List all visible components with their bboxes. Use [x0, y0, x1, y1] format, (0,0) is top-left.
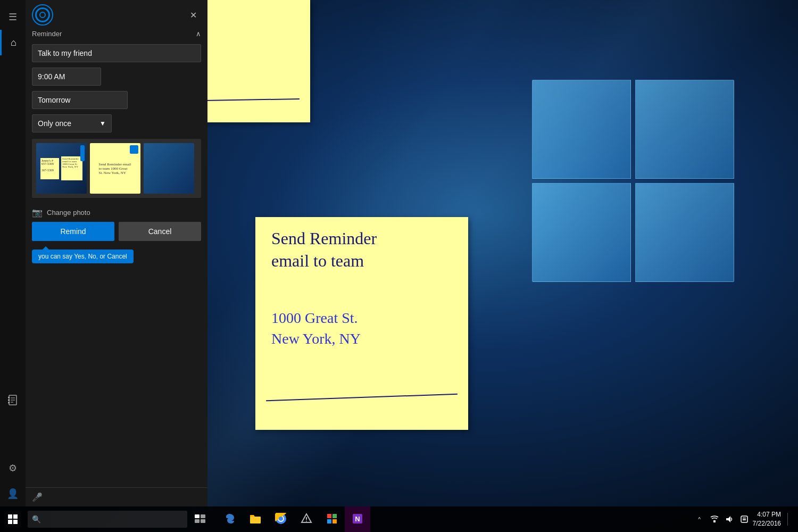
taskbar-chrome[interactable] [268, 506, 294, 532]
tooltip-container: you can say Yes, No, or Cancel [32, 247, 201, 263]
taskbar-apps: N [217, 506, 370, 532]
svg-rect-35 [743, 518, 746, 519]
reminder-recurrence-value: Only once [38, 119, 71, 128]
cortana-sidebar: ☰ ⌂ ⚙ 👤 [0, 0, 207, 506]
cancel-button[interactable]: Cancel [119, 222, 201, 241]
cortana-nav-user[interactable]: 👤 [0, 481, 26, 506]
note-thumb-small-2: Send Reminderemail to team1000 Great StN… [61, 156, 82, 180]
svg-rect-34 [743, 519, 746, 520]
svg-rect-14 [195, 514, 200, 518]
svg-rect-31 [713, 520, 716, 522]
win-pane-top-left [532, 80, 631, 179]
camera-icon: 📷 [32, 207, 43, 218]
reminder-section: Reminder ∧ Talk to my friend 9:00 AM Tom… [26, 30, 207, 487]
photo-thumb-selected-indicator [130, 145, 138, 154]
reminder-label: Reminder [32, 30, 62, 38]
thumb-scrollbar [80, 145, 85, 161]
change-photo-button[interactable]: 📷 Change photo [32, 203, 201, 222]
svg-rect-27 [327, 519, 331, 523]
taskbar-edge[interactable] [217, 506, 243, 532]
action-buttons: Remind Cancel [32, 222, 201, 241]
note-thumb-small: Jenny's #657-5309367-5309 [40, 158, 59, 179]
reminder-date-value: Tomorrow [38, 96, 70, 104]
photo-thumb-2-inner: Send Reminder email to team 1000 Great S… [97, 147, 134, 190]
svg-rect-9 [8, 402, 10, 403]
tray-show-desktop[interactable] [787, 513, 794, 526]
taskbar-file-explorer[interactable] [243, 506, 268, 532]
reminder-text-value: Talk to my friend [38, 49, 92, 57]
reminder-recurrence-dropdown[interactable]: Only once ▼ [32, 114, 112, 132]
tray-date: 7/22/2016 [753, 519, 781, 528]
windows-logo [532, 80, 734, 282]
svg-rect-18 [250, 517, 261, 523]
photo-thumb-3[interactable] [144, 143, 194, 194]
tray-clock[interactable]: 4:07 PM 7/22/2016 [753, 510, 781, 528]
svg-marker-32 [726, 516, 730, 522]
cortana-nav-home[interactable]: ⌂ [0, 30, 26, 55]
sticky-note-2: Send Reminderemail to team 1000 Great St… [255, 217, 468, 430]
svg-point-24 [306, 520, 307, 521]
note2-underline [266, 394, 458, 402]
svg-rect-28 [332, 519, 337, 523]
cortana-logo [32, 4, 53, 26]
tray-network[interactable] [708, 513, 721, 526]
reminder-date-field[interactable]: Tomorrow [32, 91, 128, 109]
photo-picker: Jenny's #657-5309367-5309 Send Remindere… [32, 139, 201, 198]
photo-thumb-1[interactable]: Jenny's #657-5309367-5309 Send Remindere… [36, 143, 87, 194]
chevron-down-icon: ▼ [99, 120, 106, 127]
photo-thumb-1-inner: Jenny's #657-5309367-5309 Send Remindere… [36, 143, 87, 194]
tray-volume[interactable] [723, 513, 736, 526]
svg-rect-15 [201, 514, 205, 518]
win-pane-top-right [635, 80, 734, 179]
cortana-nav: ☰ ⌂ ⚙ 👤 [0, 0, 26, 506]
cortana-logo-inner [35, 7, 50, 22]
svg-rect-11 [13, 514, 18, 519]
svg-rect-10 [8, 514, 12, 519]
win-pane-bottom-left [532, 183, 631, 282]
svg-rect-13 [13, 520, 18, 524]
cortana-nav-menu[interactable]: ☰ [0, 4, 26, 30]
reminder-header: Reminder ∧ [32, 30, 201, 38]
cortana-content: ✕ Reminder ∧ Talk to my friend 9:00 AM [26, 0, 207, 506]
tray-expand[interactable]: ^ [693, 513, 706, 526]
svg-rect-16 [195, 519, 200, 523]
search-icon: 🔍 [32, 515, 41, 523]
reminder-time-field[interactable]: 9:00 AM [32, 68, 101, 86]
svg-rect-26 [332, 514, 337, 518]
svg-rect-8 [8, 400, 10, 401]
taskbar-onenote[interactable]: N [345, 506, 370, 532]
remind-button[interactable]: Remind [32, 222, 114, 241]
svg-rect-17 [201, 519, 205, 523]
taskbar-app-3[interactable] [294, 506, 319, 532]
svg-point-21 [279, 517, 283, 521]
reminder-collapse[interactable]: ∧ [196, 30, 201, 38]
photo-thumb-2[interactable]: Send Reminder email to team 1000 Great S… [90, 143, 140, 194]
svg-rect-12 [8, 520, 12, 524]
mic-icon[interactable]: 🎤 [32, 492, 43, 502]
tooltip-bubble: you can say Yes, No, or Cancel [32, 250, 134, 263]
photo-thumbnails: Jenny's #657-5309367-5309 Send Remindere… [36, 143, 197, 194]
tray-time: 4:07 PM [753, 510, 781, 519]
tray-action-center[interactable] [738, 513, 751, 526]
desktop: Jenny's #657-5309 367-5309 Send Reminder… [0, 0, 798, 532]
sticky-note-2-address: 1000 Great St.New York, NY [271, 307, 361, 349]
cortana-header: ✕ [26, 0, 207, 30]
cortana-logo-dot [39, 12, 46, 18]
cortana-close-button[interactable]: ✕ [186, 8, 201, 22]
taskbar-search[interactable]: 🔍 [28, 511, 187, 528]
reminder-time-value: 9:00 AM [38, 72, 65, 81]
svg-text:N: N [355, 515, 360, 523]
cortana-nav-settings[interactable]: ⚙ [0, 455, 26, 481]
taskbar-task-view[interactable] [187, 506, 213, 532]
taskbar-store[interactable] [319, 506, 345, 532]
cortana-mic-bar: 🎤 [26, 487, 207, 506]
taskbar: 🔍 [0, 506, 798, 532]
change-photo-label: Change photo [47, 209, 90, 217]
svg-rect-7 [8, 397, 10, 398]
win-pane-bottom-right [635, 183, 734, 282]
start-button[interactable] [0, 506, 26, 532]
cortana-nav-notebook[interactable] [0, 387, 26, 413]
svg-rect-25 [327, 514, 331, 518]
sticky-note-2-text: Send Reminderemail to team [271, 228, 377, 272]
reminder-text-field[interactable]: Talk to my friend [32, 44, 201, 62]
